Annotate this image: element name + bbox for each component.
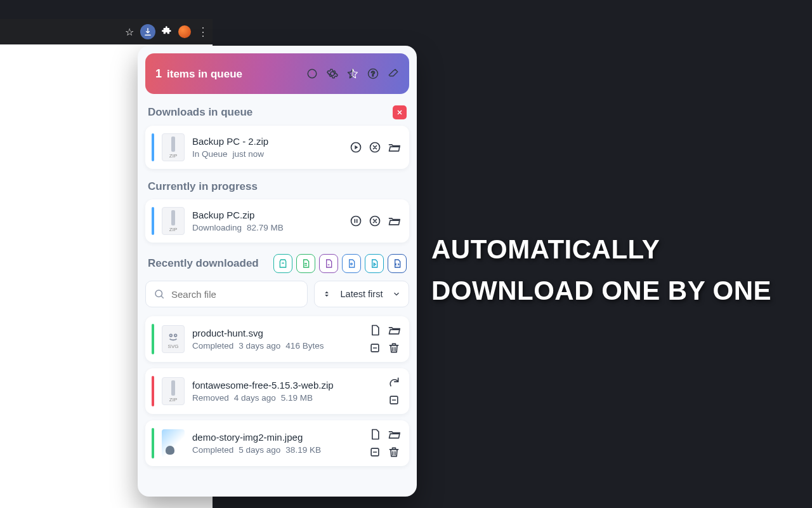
file-thumb-zip: ZIP bbox=[162, 377, 185, 405]
filter-chips bbox=[273, 254, 407, 273]
status-stripe bbox=[152, 207, 154, 235]
status-stripe bbox=[152, 324, 154, 354]
search-input-wrapper[interactable] bbox=[145, 281, 308, 307]
sort-label: Latest first bbox=[341, 289, 383, 299]
folder-open-icon[interactable] bbox=[388, 428, 400, 441]
queue-item-card: ZIP Backup PC - 2.zip In Queue just now bbox=[145, 126, 409, 169]
clear-queue-button[interactable] bbox=[393, 105, 407, 119]
filter-chip-archive[interactable] bbox=[273, 254, 292, 273]
filter-chip-pdf[interactable] bbox=[319, 254, 338, 273]
bookmark-star-icon[interactable]: ☆ bbox=[125, 26, 134, 38]
file-name: Backup PC - 2.zip bbox=[192, 136, 342, 147]
sort-arrows-icon bbox=[322, 290, 331, 298]
sort-dropdown[interactable]: Latest first bbox=[314, 281, 409, 307]
delete-icon[interactable] bbox=[388, 342, 400, 354]
section-recent-title: Recently downloaded bbox=[148, 254, 407, 273]
svg-point-8 bbox=[155, 290, 162, 297]
chevron-down-icon bbox=[392, 290, 401, 298]
file-thumb-image bbox=[162, 429, 185, 457]
file-thumb-zip: ZIP bbox=[162, 133, 185, 161]
section-progress-title: Currently in progress bbox=[148, 180, 407, 193]
gear-icon[interactable] bbox=[327, 68, 338, 79]
hero-text: AUTOMATICALLY DOWNLOAD ONE BY ONE bbox=[431, 229, 787, 311]
file-icon[interactable] bbox=[369, 428, 381, 441]
download-extension-icon[interactable] bbox=[140, 24, 155, 39]
filter-chip-doc[interactable] bbox=[296, 254, 315, 273]
file-thumb-zip: ZIP bbox=[162, 207, 185, 235]
folder-open-icon[interactable] bbox=[388, 141, 400, 154]
status-stripe bbox=[152, 133, 154, 161]
file-meta: In Queue just now bbox=[192, 149, 342, 159]
browser-toolbar-fragment: ☆ ⋮ bbox=[0, 19, 213, 44]
folder-open-icon[interactable] bbox=[388, 324, 400, 337]
cancel-icon[interactable] bbox=[369, 215, 381, 227]
remove-from-list-icon[interactable] bbox=[369, 342, 381, 354]
status-stripe bbox=[152, 376, 154, 406]
recent-list: SVGproduct-hunt.svgCompleted3 days ago41… bbox=[145, 316, 409, 466]
file-name: product-hunt.svg bbox=[192, 328, 361, 338]
section-queue-title: Downloads in queue bbox=[148, 105, 407, 119]
retry-icon[interactable] bbox=[388, 376, 400, 389]
queue-count-label: 1 items in queue bbox=[155, 67, 242, 81]
recent-item-card: SVGproduct-hunt.svgCompleted3 days ago41… bbox=[145, 316, 409, 362]
search-icon bbox=[154, 288, 165, 300]
cancel-icon[interactable] bbox=[369, 141, 381, 154]
remove-from-list-icon[interactable] bbox=[388, 394, 400, 406]
file-name: Backup PC.zip bbox=[192, 210, 342, 220]
folder-open-icon[interactable] bbox=[388, 215, 400, 227]
svg-point-5 bbox=[351, 217, 361, 226]
file-meta: Completed3 days ago416 Bytes bbox=[192, 341, 361, 351]
file-meta: Removed4 days ago5.19 MB bbox=[192, 393, 380, 403]
browser-menu-kebab-icon[interactable]: ⋮ bbox=[197, 25, 207, 39]
svg-text:?: ? bbox=[371, 70, 375, 77]
queue-count-number: 1 bbox=[155, 67, 162, 81]
svg-point-9 bbox=[170, 334, 173, 337]
remove-from-list-icon[interactable] bbox=[369, 446, 381, 458]
filter-chip-video[interactable] bbox=[365, 254, 384, 273]
file-thumb-svg: SVG bbox=[162, 325, 185, 353]
filter-chip-code[interactable] bbox=[388, 254, 407, 273]
file-name: fontawesome-free-5.15.3-web.zip bbox=[192, 380, 380, 391]
file-icon[interactable] bbox=[369, 324, 381, 337]
extension-orange-icon[interactable] bbox=[178, 25, 191, 38]
recent-item-card: demo-story-img2-min.jpegCompleted5 days … bbox=[145, 420, 409, 466]
filter-chip-image[interactable] bbox=[342, 254, 361, 273]
delete-icon[interactable] bbox=[388, 446, 400, 458]
svg-point-7 bbox=[351, 263, 353, 265]
file-meta: Completed5 days ago38.19 KB bbox=[192, 445, 361, 455]
queue-count-suffix: items in queue bbox=[167, 68, 242, 81]
extensions-puzzle-icon[interactable] bbox=[162, 25, 172, 38]
svg-point-10 bbox=[174, 334, 177, 337]
status-stripe bbox=[152, 428, 154, 458]
popup-header: 1 items in queue ? bbox=[145, 53, 409, 94]
star-half-icon[interactable] bbox=[347, 68, 358, 79]
search-input[interactable] bbox=[171, 289, 299, 300]
play-icon[interactable] bbox=[350, 141, 362, 154]
file-name: demo-story-img2-min.jpeg bbox=[192, 432, 361, 443]
recent-item-card: ZIPfontawesome-free-5.15.3-web.zipRemove… bbox=[145, 368, 409, 414]
eraser-icon[interactable] bbox=[388, 68, 399, 79]
help-icon[interactable]: ? bbox=[367, 68, 379, 79]
file-meta: Downloading 82.79 MB bbox=[192, 223, 342, 232]
clock-icon[interactable] bbox=[306, 68, 318, 79]
pause-icon[interactable] bbox=[350, 215, 362, 227]
progress-item-card: ZIP Backup PC.zip Downloading 82.79 MB bbox=[145, 199, 409, 243]
download-manager-popup: 1 items in queue ? Downloads in queue ZI… bbox=[138, 46, 417, 497]
